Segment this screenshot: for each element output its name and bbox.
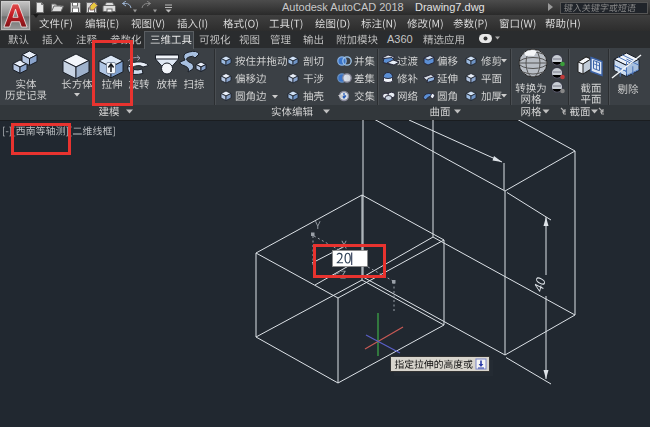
svg-text:A360: A360 bbox=[387, 33, 413, 45]
svg-text:Autodesk AutoCAD 2018: Autodesk AutoCAD 2018 bbox=[282, 1, 404, 13]
svg-text:Drawing7.dwg: Drawing7.dwg bbox=[415, 1, 485, 13]
